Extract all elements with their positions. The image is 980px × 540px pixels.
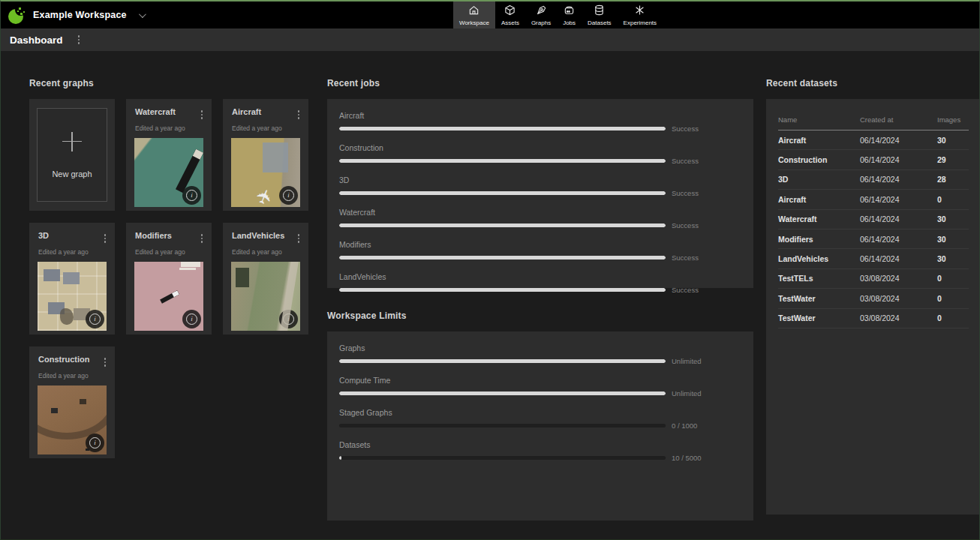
dataset-name: 3D (778, 175, 860, 184)
dataset-image-count: 29 (937, 155, 969, 164)
limit-name: Staged Graphs (339, 408, 741, 417)
col-header-created: Created at (860, 116, 937, 124)
chevron-down-icon (139, 10, 146, 18)
dataset-row[interactable]: 3D 06/14/2024 28 (778, 170, 969, 190)
graph-card[interactable]: Modifiers Edited a year ago i (126, 223, 212, 334)
nav-tab-workspace[interactable]: Workspace (453, 2, 495, 28)
graph-card[interactable]: Watercraft Edited a year ago i (126, 99, 212, 211)
graph-card[interactable]: LandVehicles Edited a year ago i (223, 223, 308, 334)
graph-card-title: Modifiers (135, 231, 172, 240)
job-status: Success (672, 124, 699, 133)
jobs-limits-column: Recent jobs Aircraft Success Constructio… (327, 78, 753, 520)
dataset-image-count: 30 (937, 235, 969, 244)
dataset-row[interactable]: Modifiers 06/14/2024 30 (778, 230, 969, 249)
graph-card-kebab-icon[interactable] (293, 231, 305, 246)
graph-thumbnail[interactable]: i (134, 138, 203, 207)
main-nav: Workspace Assets Graphs Jobs Datasets Ex… (453, 2, 663, 28)
graph-card-edited: Edited a year ago (29, 246, 115, 256)
graph-card-kebab-icon[interactable] (197, 231, 208, 246)
job-row[interactable]: Watercraft Success (339, 208, 741, 230)
dataset-image-count: 0 (937, 274, 969, 283)
page-header: Dashboard (1, 28, 979, 51)
new-graph-button[interactable]: New graph (37, 108, 107, 202)
dataset-name: Watercraft (778, 214, 860, 224)
dataset-row[interactable]: Construction 06/14/2024 29 (778, 150, 969, 170)
page-menu-kebab-icon[interactable] (74, 32, 85, 47)
info-icon[interactable]: i (86, 434, 104, 452)
dataset-name: Modifiers (778, 235, 860, 244)
graph-card-kebab-icon[interactable] (197, 107, 208, 122)
limit-row: Staged Graphs 0 / 1000 (339, 408, 741, 430)
dataset-row[interactable]: TestTELs 03/08/2024 0 (778, 269, 969, 289)
recent-jobs-panel: Aircraft Success Construction Success (327, 99, 753, 288)
dataset-row[interactable]: Aircraft 06/14/2024 30 (778, 130, 969, 150)
limit-value: Unlimited (672, 357, 702, 365)
graph-card-edited: Edited a year ago (126, 122, 212, 132)
job-status: Success (672, 286, 699, 294)
job-row[interactable]: 3D Success (339, 176, 741, 197)
new-graph-card[interactable]: New graph (29, 99, 115, 211)
job-progress-bar (339, 256, 666, 260)
dataset-image-count: 30 (937, 136, 969, 145)
graph-card[interactable]: 3D Edited a year ago i (29, 223, 115, 334)
recent-graphs-section: Recent graphs New graph Watercraft Edite… (29, 78, 308, 458)
graph-card-title: LandVehicles (232, 231, 284, 240)
graph-card-kebab-icon[interactable] (293, 107, 305, 122)
info-icon[interactable]: i (182, 310, 201, 328)
info-icon[interactable]: i (279, 186, 298, 205)
limit-progress-bar (339, 392, 666, 395)
job-progress-bar (339, 127, 666, 130)
job-row[interactable]: Construction Success (339, 143, 741, 165)
workspace-limits-panel: Graphs Unlimited Compute Time Unlimited (327, 332, 753, 520)
graph-card[interactable]: Construction Edited a year ago i (29, 346, 115, 458)
graph-thumbnail[interactable]: i (231, 138, 300, 207)
limit-progress-bar (339, 359, 666, 363)
dataset-created-at: 03/08/2024 (860, 274, 937, 283)
job-name: Aircraft (339, 111, 741, 120)
app-window: Example Workspace Workspace Assets Graph… (0, 0, 980, 540)
nav-tab-jobs[interactable]: Jobs (557, 2, 582, 28)
nav-tab-datasets[interactable]: Datasets (582, 2, 618, 28)
limit-value: Unlimited (672, 389, 702, 398)
dataset-row[interactable]: TestWater 03/08/2024 0 (778, 289, 969, 308)
graph-card-edited: Edited a year ago (29, 370, 115, 380)
dataset-name: TestTELs (778, 274, 860, 283)
dataset-row[interactable]: Watercraft 06/14/2024 30 (778, 210, 969, 230)
graph-thumbnail[interactable]: i (231, 262, 300, 331)
job-progress-bar (339, 191, 666, 195)
dataset-created-at: 06/14/2024 (860, 155, 937, 164)
nav-tab-experiments[interactable]: Experiments (618, 2, 663, 28)
graph-card-kebab-icon[interactable] (100, 231, 111, 246)
job-status: Success (672, 157, 699, 165)
dataset-created-at: 06/14/2024 (860, 214, 937, 224)
graph-card[interactable]: Aircraft Edited a year ago i (223, 99, 308, 211)
dataset-name: TestWater (778, 294, 860, 303)
graph-card-title: Watercraft (135, 107, 176, 116)
graph-thumbnail[interactable]: i (38, 386, 107, 454)
graph-thumbnail[interactable]: i (134, 262, 203, 331)
dataset-row[interactable]: Aircraft 06/14/2024 0 (778, 190, 969, 209)
graph-thumbnail[interactable]: i (38, 262, 107, 331)
limit-progress-bar (339, 424, 666, 428)
info-icon[interactable]: i (182, 186, 201, 205)
dataset-row[interactable]: LandVehicles 06/14/2024 30 (778, 249, 969, 268)
page-title: Dashboard (10, 34, 63, 46)
job-row[interactable]: Modifiers Success (339, 240, 741, 262)
nav-tab-assets[interactable]: Assets (495, 2, 525, 28)
job-status: Success (672, 221, 699, 230)
workspace-switcher[interactable]: Example Workspace (8, 2, 144, 28)
col-header-images: Images (937, 116, 969, 124)
workspace-name: Example Workspace (33, 10, 127, 20)
graph-card-edited: Edited a year ago (223, 246, 308, 256)
job-row[interactable]: Aircraft Success (339, 111, 741, 133)
plus-icon (62, 132, 82, 152)
info-icon[interactable]: i (86, 310, 104, 328)
dataset-row[interactable]: TestWater 03/08/2024 0 (778, 309, 969, 328)
dataset-image-count: 0 (937, 294, 969, 303)
nav-tab-graphs[interactable]: Graphs (525, 2, 557, 28)
job-name: Watercraft (339, 208, 741, 217)
graph-card-kebab-icon[interactable] (100, 355, 111, 370)
dataset-image-count: 0 (937, 195, 969, 204)
job-row[interactable]: LandVehicles Success (339, 272, 741, 294)
info-icon[interactable]: i (279, 310, 298, 328)
